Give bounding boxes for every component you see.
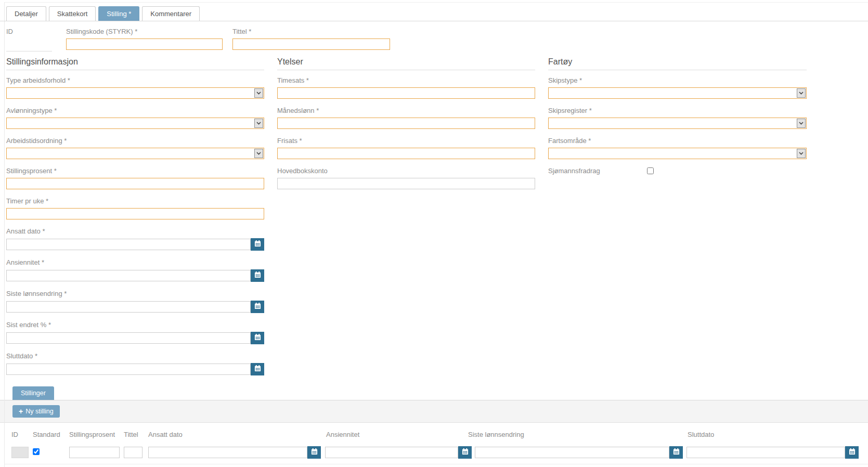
frisats-label: Frisats * [277,137,535,145]
calendar-icon [673,448,680,457]
col-header-ansatt-dato: Ansatt dato [148,431,183,438]
siste-lonnsendring-calendar-button[interactable] [251,301,264,313]
row-siste-lonnsendring-calendar-button[interactable] [669,446,683,459]
sist-endret-prosent-calendar-button[interactable] [251,332,264,344]
calendar-icon [254,271,261,280]
frisats-input[interactable] [277,148,535,159]
row-sluttdato-calendar-button[interactable] [845,446,859,459]
row-ansiennitet-input[interactable] [325,447,458,458]
tittel-label: Tittel * [232,28,390,35]
stilling-form-page: Detaljer Skattekort Stilling * Kommentar… [0,0,868,467]
calendar-icon [254,303,261,311]
stillinger-tabbar: Stillinger [0,386,868,400]
row-siste-lonnsendring-input[interactable] [475,447,669,458]
calendar-icon [462,448,469,457]
section-ytelser: Ytelser Timesats * Månedslønn * Frisats … [277,57,535,197]
stillingsprosent-input[interactable] [6,178,264,189]
type-arbeidsforhold-label: Type arbeidsforhold * [6,76,264,84]
stillingskode-label: Stillingskode (STYRK) * [66,28,223,35]
manedslonn-input[interactable] [277,118,535,129]
calendar-icon [254,240,261,249]
ansatt-dato-calendar-button[interactable] [251,238,264,251]
sluttdato-input[interactable] [6,364,251,375]
ansiennitet-label: Ansiennitet * [6,258,264,266]
left-edge-divider [4,2,5,467]
skipstype-select[interactable] [548,87,807,99]
col-header-ansiennitet: Ansiennitet [326,431,359,438]
skipstype-label: Skipstype * [548,76,807,84]
calendar-icon [849,448,856,457]
id-label: ID [6,28,66,35]
section-fartoy: Fartøy Skipstype * Skipsregister * [548,57,807,175]
chevron-down-icon [797,149,806,158]
ansatt-dato-label: Ansatt dato * [6,227,264,235]
col-header-standard: Standard [33,431,60,438]
fartsomrade-label: Fartsområde * [548,137,807,145]
table-bottom-divider [4,464,868,464]
chevron-down-icon [797,119,806,128]
row-tittel-input[interactable] [124,447,142,458]
type-arbeidsforhold-select[interactable] [6,87,264,99]
stillingsprosent-label: Stillingsprosent * [6,167,264,175]
header-row: ID Stillingskode (STYRK) * Tittel * [0,21,868,57]
chevron-down-icon [254,88,263,98]
sist-endret-prosent-input[interactable] [6,332,251,344]
avlonningstype-select[interactable] [6,118,264,129]
manedslonn-label: Månedslønn * [277,107,535,114]
timesats-input[interactable] [277,87,535,99]
tab-stillinger[interactable]: Stillinger [12,386,54,400]
tab-kommentarer[interactable]: Kommentarer [142,6,200,21]
id-value [6,38,52,51]
section-title-fartoy: Fartøy [548,57,807,70]
fartsomrade-select[interactable] [548,148,807,159]
timer-pr-uke-label: Timer pr uke * [6,197,264,205]
hovedbokskonto-label: Hovedbokskonto [277,167,535,175]
calendar-icon [254,365,261,373]
chevron-down-icon [254,119,263,128]
ansatt-dato-input[interactable] [6,239,251,250]
skipsregister-select[interactable] [548,118,807,129]
tab-stilling[interactable]: Stilling * [98,6,139,21]
arbeidstidsordning-label: Arbeidstidsordning * [6,137,264,145]
ny-stilling-button[interactable]: + Ny stilling [12,405,60,418]
hovedbokskonto-input[interactable] [277,178,535,189]
tittel-input[interactable] [232,38,390,50]
row-sluttdato-input[interactable] [686,447,845,458]
timer-pr-uke-input[interactable] [6,208,264,219]
avlonningstype-label: Avlønningstype * [6,107,264,114]
sjomannsfradrag-checkbox[interactable] [647,167,654,174]
calendar-icon [254,334,261,342]
arbeidstidsordning-select[interactable] [6,148,264,159]
row-ansatt-dato-calendar-button[interactable] [307,446,321,459]
row-ansiennitet-calendar-button[interactable] [458,446,472,459]
col-header-siste-lonnsendring: Siste lønnsendring [468,431,524,438]
siste-lonnsendring-label: Siste lønnsendring * [6,290,264,297]
stillinger-table: ID Standard Stillingsprosent Tittel Ansa… [0,423,868,466]
stillinger-toolbar: + Ny stilling [0,400,868,423]
section-stillingsinformasjon: Stillingsinformasjon Type arbeidsforhold… [6,57,264,383]
siste-lonnsendring-input[interactable] [6,301,251,313]
ansiennitet-input[interactable] [6,270,251,281]
ansiennitet-calendar-button[interactable] [251,269,264,282]
sluttdato-label: Sluttdato * [6,352,264,360]
skipsregister-label: Skipsregister * [548,107,807,114]
calendar-icon [311,448,318,457]
col-header-stillingsprosent: Stillingsprosent [69,431,115,438]
row-stillingsprosent-input[interactable] [69,447,120,458]
row-ansatt-dato-input[interactable] [148,447,307,458]
row-id-cell [11,447,29,458]
tab-detaljer[interactable]: Detaljer [6,6,46,21]
stillingskode-input[interactable] [66,38,223,50]
chevron-down-icon [797,88,806,98]
sist-endret-prosent-label: Sist endret % * [6,321,264,329]
chevron-down-icon [254,149,263,158]
sluttdato-calendar-button[interactable] [251,363,264,375]
sjomannsfradrag-label: Sjømannsfradrag [548,167,647,175]
tab-bar: Detaljer Skattekort Stilling * Kommentar… [0,0,868,21]
col-header-sluttdato: Sluttdato [688,431,714,438]
ny-stilling-label: Ny stilling [25,408,54,415]
form-columns: Stillingsinformasjon Type arbeidsforhold… [6,57,868,383]
section-title-stillingsinformasjon: Stillingsinformasjon [6,57,264,70]
tab-skattekort[interactable]: Skattekort [49,6,96,21]
row-standard-checkbox[interactable] [33,448,40,455]
